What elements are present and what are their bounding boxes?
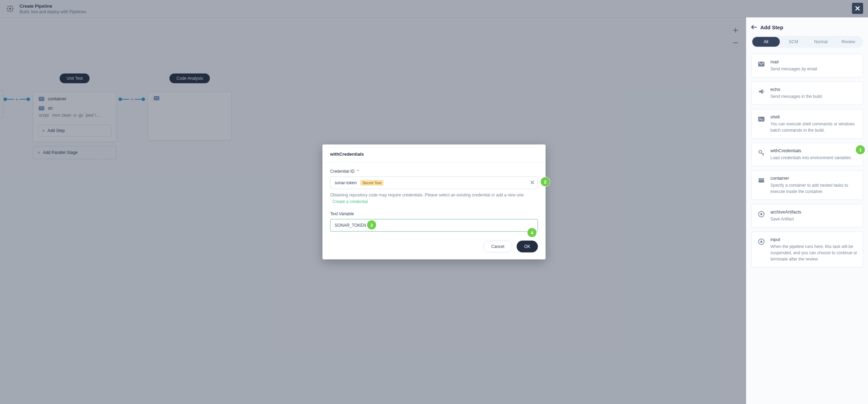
required-indicator: * — [357, 169, 359, 174]
svg-rect-10 — [758, 117, 764, 122]
script-label: script — [39, 113, 49, 118]
mail-icon — [757, 60, 766, 68]
empty-slot — [0, 90, 3, 118]
pipeline-logo — [6, 4, 15, 13]
step-desc: When the pipeline runs here, this task w… — [770, 243, 857, 262]
with-credentials-modal: withCredentials Credential ID * sonar-to… — [322, 145, 546, 259]
cancel-button[interactable]: Cancel — [483, 241, 512, 252]
text-variable-input[interactable] — [330, 219, 538, 232]
stage-card[interactable]: container sh script mvn clean -o -gs `pw… — [33, 92, 116, 142]
script-value: mvn clean -o -gs `pwd`/… — [52, 113, 100, 118]
svg-point-6 — [12, 6, 13, 7]
container-icon — [154, 96, 159, 100]
node-sh-label: sh — [48, 106, 53, 111]
text-variable-label: Text Variable — [330, 211, 538, 216]
zoom-in-button[interactable] — [731, 26, 740, 34]
box-icon — [757, 176, 766, 185]
step-filter-tabs: All SCM Normal Review — [751, 36, 863, 48]
side-panel-title: Add Step — [760, 24, 783, 30]
plus-icon: + — [37, 150, 40, 155]
step-card-container[interactable]: containerSpecify a container to add nest… — [751, 170, 863, 200]
callout-badge-1: 1 — [856, 145, 865, 154]
add-step-panel: Add Step All SCM Normal Review mailSend … — [746, 17, 868, 404]
svg-point-1 — [7, 8, 8, 9]
modal-title: withCredentials — [330, 152, 538, 157]
stage-chip-unit-test[interactable]: Unit Test — [60, 73, 90, 83]
svg-point-0 — [9, 8, 11, 10]
svg-rect-12 — [759, 178, 764, 182]
page-subtitle: Build, test and deploy with Pipelines — [20, 9, 86, 14]
step-card-withCredentials[interactable]: withCredentialsLoad credentials into env… — [751, 143, 863, 166]
zoom-out-button[interactable] — [731, 39, 740, 47]
svg-point-4 — [9, 11, 11, 12]
ok-button[interactable]: OK — [517, 241, 538, 252]
connector-dot — [26, 98, 30, 101]
connector-dot — [119, 98, 122, 101]
step-desc: Save Artifact — [770, 216, 857, 222]
node-container-label: container — [48, 96, 66, 101]
add-step-inline-button[interactable]: + Add Step — [38, 125, 111, 137]
svg-point-15 — [760, 213, 762, 215]
step-name: withCredentials — [770, 148, 857, 153]
connector-dot — [142, 98, 145, 101]
step-name: container — [770, 176, 857, 181]
close-button[interactable] — [852, 3, 863, 14]
svg-point-3 — [9, 5, 11, 7]
add-parallel-stage-button[interactable]: + Add Parallel Stage — [33, 146, 116, 159]
connector-dot — [3, 98, 7, 101]
create-credential-link[interactable]: Create a credential — [333, 199, 368, 204]
step-card-input[interactable]: inputWhen the pipeline runs here, this t… — [751, 232, 863, 267]
stage-card[interactable] — [148, 92, 231, 140]
step-desc: Send messages in the build — [770, 93, 857, 100]
svg-point-17 — [760, 241, 762, 243]
connector-add[interactable]: + — [130, 96, 133, 102]
step-card-archiveArtifacts[interactable]: archiveArtifactsSave Artifact — [751, 204, 863, 227]
container-icon — [39, 97, 44, 101]
step-name: echo — [770, 87, 857, 92]
tab-scm[interactable]: SCM — [780, 37, 807, 47]
plus-icon: + — [42, 128, 45, 133]
step-card-shell[interactable]: shellYou can execute shell commands or w… — [751, 109, 863, 139]
target-icon — [757, 210, 766, 218]
target-icon — [757, 238, 766, 246]
svg-point-8 — [12, 10, 13, 11]
step-desc: Specify a container to add nested tasks … — [770, 182, 857, 195]
key-icon — [757, 149, 766, 157]
step-desc: Send messages by email — [770, 66, 857, 72]
credential-id-select[interactable]: sonar-token Secret Text — [330, 177, 538, 189]
terminal-icon — [39, 106, 44, 110]
clear-credential-button[interactable] — [530, 180, 534, 186]
svg-point-7 — [7, 10, 9, 11]
callout-badge-2: 2 — [541, 177, 550, 186]
connector-add[interactable]: + — [15, 96, 18, 102]
step-name: shell — [770, 114, 857, 119]
svg-rect-9 — [758, 62, 764, 67]
credential-id-value: sonar-token — [335, 180, 357, 185]
back-arrow[interactable] — [751, 24, 757, 31]
header: Create Pipeline Build, test and deploy w… — [0, 0, 868, 17]
add-parallel-label: Add Parallel Stage — [43, 150, 77, 155]
tab-all[interactable]: All — [752, 37, 780, 47]
credential-id-label: Credential ID — [330, 169, 355, 174]
terminal-icon — [757, 115, 766, 123]
step-name: mail — [770, 59, 857, 64]
step-card-mail[interactable]: mailSend messages by email — [751, 54, 863, 77]
step-name: archiveArtifacts — [770, 209, 857, 215]
tab-normal[interactable]: Normal — [807, 37, 835, 47]
page-title: Create Pipeline — [20, 3, 86, 9]
step-name: input — [770, 237, 857, 242]
step-desc: Load credentials into environment variab… — [770, 155, 857, 161]
megaphone-icon — [757, 87, 766, 96]
credential-type-chip: Secret Text — [360, 180, 383, 186]
stage-chip-code-analysis[interactable]: Code Analysis — [169, 73, 210, 83]
tab-review[interactable]: Review — [835, 37, 862, 47]
credential-help-text: Obtaining repository code may require cr… — [330, 193, 525, 197]
add-step-label: Add Step — [47, 128, 64, 133]
step-card-echo[interactable]: echoSend messages in the build — [751, 81, 863, 105]
step-desc: You can execute shell commands or window… — [770, 121, 857, 133]
svg-point-2 — [12, 8, 14, 9]
svg-point-5 — [7, 6, 9, 7]
